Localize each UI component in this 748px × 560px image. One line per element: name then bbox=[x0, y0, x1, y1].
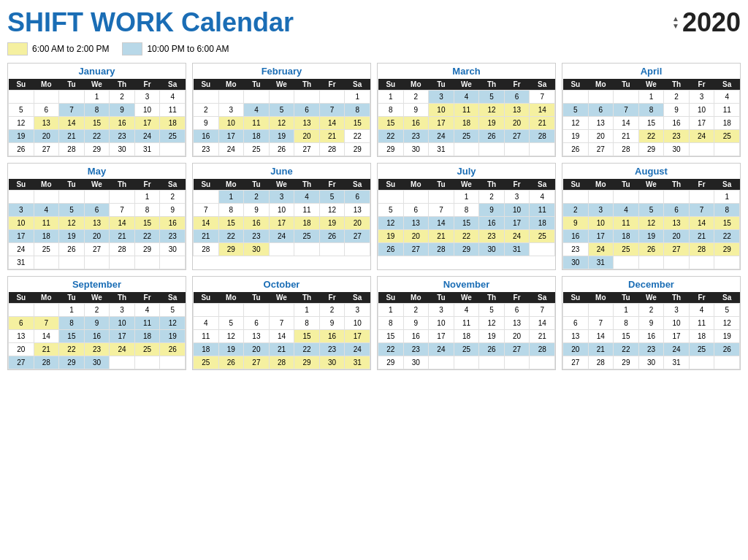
empty-cell bbox=[345, 243, 370, 256]
month-title-march: March bbox=[378, 64, 555, 79]
day-cell: 27 bbox=[9, 356, 34, 369]
day-cell: 21 bbox=[59, 130, 85, 143]
day-cell: 15 bbox=[345, 117, 370, 130]
empty-cell bbox=[638, 256, 664, 269]
day-cell: 14 bbox=[269, 330, 294, 343]
day-cell: 29 bbox=[714, 243, 740, 256]
day-cell: 20 bbox=[563, 343, 589, 356]
day-cell: 7 bbox=[110, 204, 135, 217]
day-cell: 9 bbox=[244, 204, 270, 217]
day-cell: 6 bbox=[403, 204, 429, 217]
day-cell: 20 bbox=[345, 217, 370, 230]
day-cell: 11 bbox=[134, 317, 160, 330]
day-cell: 31 bbox=[429, 143, 454, 156]
day-cell: 26 bbox=[59, 243, 85, 256]
day-header-th: Th bbox=[294, 179, 320, 191]
day-cell: 27 bbox=[84, 243, 110, 256]
day-cell: 21 bbox=[269, 343, 294, 356]
day-cell: 11 bbox=[244, 117, 270, 130]
day-cell: 12 bbox=[563, 117, 589, 130]
empty-cell bbox=[9, 304, 34, 317]
empty-cell bbox=[194, 191, 219, 204]
month-title-may: May bbox=[8, 164, 186, 179]
day-cell: 21 bbox=[530, 330, 555, 343]
day-cell: 18 bbox=[134, 330, 160, 343]
legend-yellow-box bbox=[7, 42, 28, 55]
empty-cell bbox=[269, 243, 294, 256]
day-cell: 24 bbox=[689, 130, 714, 143]
day-cell: 30 bbox=[319, 356, 345, 369]
day-cell: 19 bbox=[160, 330, 186, 343]
day-cell: 10 bbox=[689, 104, 714, 117]
day-cell: 1 bbox=[345, 91, 370, 104]
empty-cell bbox=[689, 256, 714, 269]
day-header-mo: Mo bbox=[403, 179, 429, 191]
day-header-fr: Fr bbox=[134, 179, 160, 191]
month-table-august: SuMoTuWeThFrSa12345678910111213141516171… bbox=[562, 179, 740, 269]
day-cell: 19 bbox=[319, 217, 345, 230]
day-cell: 7 bbox=[588, 317, 614, 330]
day-cell: 17 bbox=[429, 117, 454, 130]
day-cell: 20 bbox=[244, 343, 270, 356]
day-cell: 16 bbox=[319, 330, 345, 343]
day-cell: 26 bbox=[714, 343, 740, 356]
year-down-arrow[interactable]: ▼ bbox=[672, 23, 679, 30]
day-cell: 31 bbox=[134, 143, 160, 156]
day-cell: 28 bbox=[614, 143, 639, 156]
empty-cell bbox=[34, 91, 59, 104]
day-cell: 1 bbox=[714, 191, 740, 204]
day-cell: 7 bbox=[530, 304, 555, 317]
day-cell: 29 bbox=[294, 356, 320, 369]
month-april: AprilSuMoTuWeThFrSa123456789101112131415… bbox=[562, 63, 741, 157]
day-header-fr: Fr bbox=[134, 292, 160, 304]
day-cell: 26 bbox=[479, 130, 505, 143]
year-value: 2020 bbox=[682, 7, 741, 38]
day-header-sa: Sa bbox=[160, 292, 186, 304]
day-cell: 16 bbox=[403, 117, 429, 130]
day-cell: 26 bbox=[160, 343, 186, 356]
day-cell: 15 bbox=[454, 217, 479, 230]
day-cell: 1 bbox=[294, 304, 320, 317]
day-cell: 2 bbox=[160, 191, 186, 204]
day-cell: 3 bbox=[218, 104, 244, 117]
month-title-july: July bbox=[378, 164, 555, 179]
day-cell: 7 bbox=[689, 204, 714, 217]
day-header-sa: Sa bbox=[160, 79, 186, 91]
day-cell: 13 bbox=[504, 317, 530, 330]
day-cell: 29 bbox=[614, 356, 639, 369]
day-cell: 5 bbox=[59, 204, 85, 217]
day-cell: 17 bbox=[110, 330, 135, 343]
day-cell: 21 bbox=[530, 117, 555, 130]
day-cell: 31 bbox=[9, 256, 34, 269]
day-cell: 9 bbox=[319, 317, 345, 330]
month-table-february: SuMoTuWeThFrSa12345678910111213141516171… bbox=[193, 79, 370, 156]
day-cell: 24 bbox=[218, 143, 244, 156]
day-cell: 15 bbox=[714, 217, 740, 230]
day-cell: 5 bbox=[9, 104, 34, 117]
year-block: ▲ ▼ 2020 bbox=[672, 7, 741, 38]
day-cell: 14 bbox=[530, 104, 555, 117]
day-header-su: Su bbox=[194, 292, 219, 304]
day-cell: 27 bbox=[588, 143, 614, 156]
day-cell: 21 bbox=[614, 130, 639, 143]
day-header-tu: Tu bbox=[429, 79, 454, 91]
empty-cell bbox=[563, 304, 589, 317]
empty-cell bbox=[294, 91, 320, 104]
day-cell: 8 bbox=[454, 204, 479, 217]
day-cell: 23 bbox=[638, 343, 664, 356]
month-june: JuneSuMoTuWeThFrSa1234567891011121314151… bbox=[192, 163, 371, 270]
empty-cell bbox=[614, 191, 639, 204]
empty-cell bbox=[588, 304, 614, 317]
day-cell: 26 bbox=[638, 243, 664, 256]
day-cell: 3 bbox=[689, 91, 714, 104]
empty-cell bbox=[454, 356, 479, 369]
month-december: DecemberSuMoTuWeThFrSa123456789101112131… bbox=[562, 276, 741, 370]
empty-cell bbox=[403, 191, 429, 204]
day-cell: 22 bbox=[454, 230, 479, 243]
day-cell: 10 bbox=[504, 204, 530, 217]
day-cell: 5 bbox=[160, 304, 186, 317]
year-arrows[interactable]: ▲ ▼ bbox=[672, 15, 679, 30]
legend-label-1: 6:00 AM to 2:00 PM bbox=[32, 44, 109, 54]
empty-cell bbox=[689, 191, 714, 204]
day-cell: 5 bbox=[378, 204, 404, 217]
